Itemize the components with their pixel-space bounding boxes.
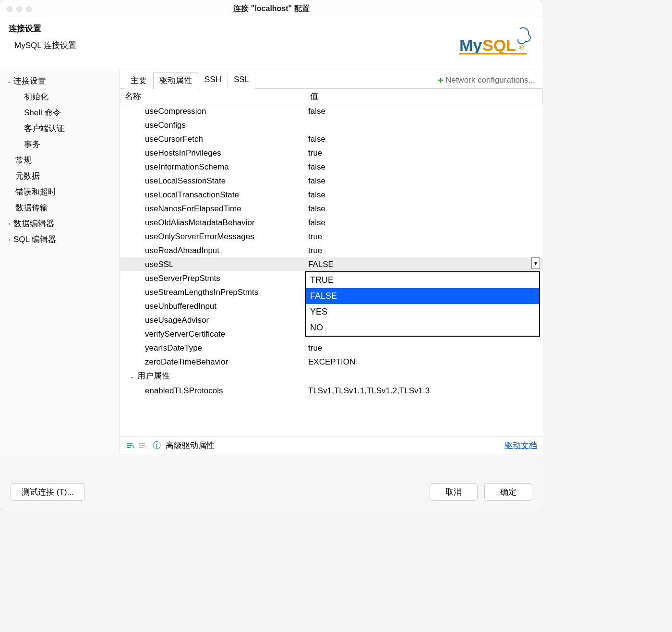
chevron-right-icon: › <box>5 236 13 243</box>
dropdown-option[interactable]: TRUE <box>306 272 539 288</box>
property-name: useOnlyServerErrorMessages <box>120 230 305 243</box>
sidebar-item[interactable]: ›SQL 编辑器 <box>0 231 120 247</box>
svg-text:®: ® <box>519 44 524 51</box>
table-row[interactable]: useLocalTransactionStatefalse <box>120 188 543 202</box>
table-row[interactable]: useReadAheadInputtrue <box>120 243 543 257</box>
titlebar: 连接 "localhost" 配置 <box>0 0 543 18</box>
property-name: useServerPrepStmts <box>120 271 305 285</box>
property-name: useUnbufferedInput <box>120 299 305 313</box>
table-row[interactable]: useCompressionfalse <box>120 104 543 118</box>
tab[interactable]: 驱动属性 <box>153 73 198 89</box>
dropdown-option[interactable]: FALSE <box>306 288 539 304</box>
cancel-button[interactable]: 取消 <box>430 483 478 501</box>
property-value[interactable]: true <box>305 146 543 160</box>
property-name: useStreamLengthsInPrepStmts <box>120 285 305 299</box>
column-value[interactable]: 值 <box>305 89 543 104</box>
sidebar-item-label: 常规 <box>15 155 32 166</box>
table-row[interactable]: yearIsDateTypetrue <box>120 341 543 355</box>
window-title: 连接 "localhost" 配置 <box>0 4 543 14</box>
sidebar-item-label: 数据编辑器 <box>13 218 54 229</box>
dropdown-toggle[interactable]: ▼ <box>531 257 540 269</box>
property-value[interactable]: false <box>305 160 543 174</box>
svg-text:SQL: SQL <box>482 36 516 54</box>
table-row[interactable]: useOnlyServerErrorMessagestrue <box>120 230 543 243</box>
table-row[interactable]: useSSLFALSE▼TRUEFALSEYESNO <box>120 257 543 271</box>
sidebar-item-label: 数据传输 <box>15 202 48 213</box>
chevron-down-icon: ⌄ <box>130 370 137 384</box>
table-row[interactable]: useCursorFetchfalse <box>120 132 543 146</box>
main-panel: 主要驱动属性SSHSSL + Network configurations...… <box>120 70 543 454</box>
dropdown-menu: TRUEFALSEYESNO <box>305 271 540 337</box>
property-name: useInformationSchema <box>120 160 305 174</box>
sidebar-item-label: SQL 编辑器 <box>13 234 56 245</box>
sidebar-item-label: 错误和超时 <box>15 186 56 197</box>
property-name: verifyServerCertificate <box>120 327 305 341</box>
property-value[interactable]: false <box>305 174 543 188</box>
toolbar-label: 高级驱动属性 <box>166 440 215 451</box>
remove-property-icon[interactable]: − <box>138 442 148 450</box>
table-header: 名称 值 <box>120 89 543 104</box>
property-name: useCursorFetch <box>120 132 305 146</box>
dropdown-option[interactable]: NO <box>306 320 539 336</box>
tab[interactable]: SSH <box>198 73 228 89</box>
sidebar-item[interactable]: 错误和超时 <box>0 184 120 200</box>
table-row[interactable]: useNanosForElapsedTimefalse <box>120 202 543 216</box>
table-row[interactable]: useHostsInPrivilegestrue <box>120 146 543 160</box>
header-title: 连接设置 <box>9 23 76 34</box>
dropdown-option[interactable]: YES <box>306 304 539 320</box>
property-name: useUsageAdvisor <box>120 313 305 327</box>
group-label: 用户属性 <box>137 371 170 380</box>
driver-docs-link[interactable]: 驱动文档 <box>504 440 537 451</box>
table-row[interactable]: useConfigs <box>120 118 543 132</box>
property-value[interactable]: true <box>305 341 543 355</box>
property-value[interactable]: false <box>305 132 543 146</box>
tab[interactable]: SSL <box>228 73 255 89</box>
property-value[interactable]: true <box>305 243 543 257</box>
table-row[interactable]: useOldAliasMetadataBehaviorfalse <box>120 216 543 230</box>
info-icon: ⓘ <box>153 440 161 451</box>
body: ⌄连接设置初始化Shell 命令客户端认证事务常规元数据错误和超时数据传输›数据… <box>0 70 543 454</box>
property-value[interactable]: false <box>305 202 543 216</box>
add-property-icon[interactable]: + <box>126 442 135 450</box>
property-value[interactable]: FALSE▼TRUEFALSEYESNO <box>305 257 543 271</box>
sidebar-item[interactable]: Shell 命令 <box>0 105 120 121</box>
bottom-toolbar: + − ⓘ 高级驱动属性 驱动文档 <box>120 437 543 454</box>
table-row[interactable]: useInformationSchemafalse <box>120 160 543 174</box>
table-row[interactable]: useLocalSessionStatefalse <box>120 174 543 188</box>
connection-config-window: 连接 "localhost" 配置 连接设置 MySQL 连接设置 My SQL… <box>0 0 543 510</box>
property-value[interactable]: false <box>305 104 543 118</box>
sidebar-item[interactable]: 客户端认证 <box>0 121 120 136</box>
ok-button[interactable]: 确定 <box>484 483 532 501</box>
property-value[interactable]: false <box>305 216 543 230</box>
column-name[interactable]: 名称 <box>120 89 305 104</box>
header: 连接设置 MySQL 连接设置 My SQL ® <box>0 18 543 70</box>
property-value[interactable] <box>305 118 543 132</box>
table-group-row[interactable]: ⌄用户属性 <box>120 369 543 384</box>
table-row[interactable]: enabledTLSProtocolsTLSv1,TLSv1.1,TLSv1.2… <box>120 384 543 398</box>
sidebar-item[interactable]: 元数据 <box>0 168 120 184</box>
property-value[interactable]: true <box>305 230 543 243</box>
sidebar-item[interactable]: 初始化 <box>0 89 120 105</box>
footer: 测试连接 (T)... 取消 确定 <box>0 454 543 510</box>
sidebar-item[interactable]: 常规 <box>0 152 120 168</box>
network-config-label: Network configurations... <box>445 75 535 85</box>
sidebar-item[interactable]: ›数据编辑器 <box>0 216 120 231</box>
sidebar-item[interactable]: 数据传输 <box>0 200 120 216</box>
property-value[interactable]: EXCEPTION <box>305 355 543 369</box>
mysql-logo-icon: My SQL ® <box>457 25 534 63</box>
sidebar-item-label: 元数据 <box>15 170 40 182</box>
tab[interactable]: 主要 <box>125 73 153 89</box>
network-configurations-link[interactable]: + Network configurations... <box>438 75 538 86</box>
sidebar-item[interactable]: 事务 <box>0 136 120 152</box>
property-value[interactable]: TLSv1,TLSv1.1,TLSv1.2,TLSv1.3 <box>305 384 543 398</box>
sidebar: ⌄连接设置初始化Shell 命令客户端认证事务常规元数据错误和超时数据传输›数据… <box>0 70 120 454</box>
table-row[interactable]: zeroDateTimeBehaviorEXCEPTION <box>120 355 543 369</box>
property-name: enabledTLSProtocols <box>120 384 305 398</box>
property-value[interactable]: false <box>305 188 543 202</box>
test-connection-button[interactable]: 测试连接 (T)... <box>11 483 85 501</box>
svg-text:My: My <box>459 36 482 54</box>
property-name: useConfigs <box>120 118 305 132</box>
property-name: useSSL <box>120 257 305 271</box>
sidebar-item[interactable]: ⌄连接设置 <box>0 73 120 89</box>
tabbar: 主要驱动属性SSHSSL + Network configurations... <box>120 70 543 89</box>
